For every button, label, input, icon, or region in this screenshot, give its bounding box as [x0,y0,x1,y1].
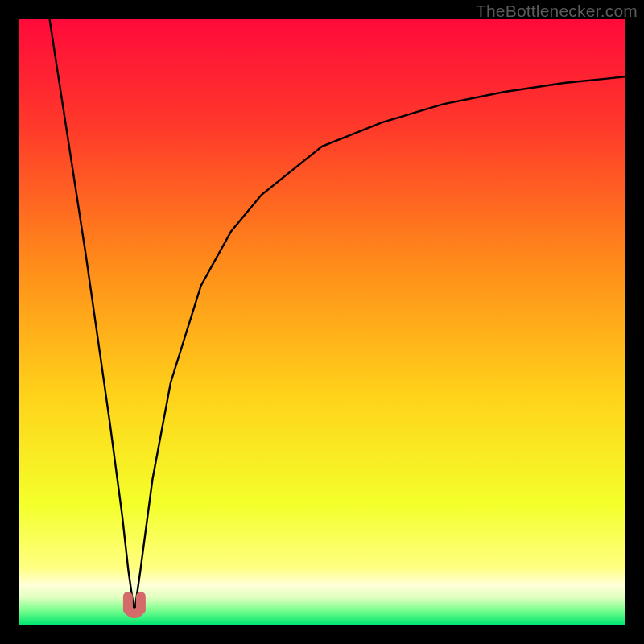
chart-frame: TheBottlenecker.com [0,0,644,644]
chart-svg [19,19,625,625]
chart-background [19,19,625,625]
chart-plot-area [19,19,625,625]
watermark-text: TheBottlenecker.com [476,2,638,21]
